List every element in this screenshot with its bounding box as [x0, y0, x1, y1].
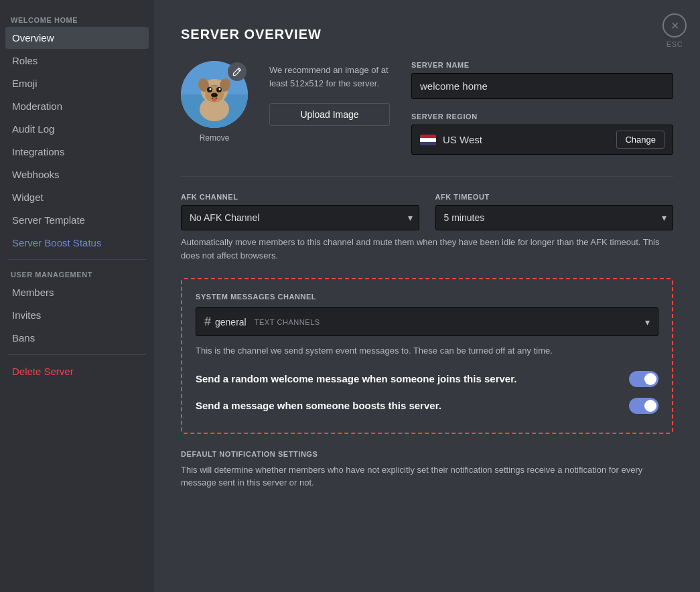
server-fields: SERVER NAME SERVER REGION US West Change: [411, 61, 673, 155]
system-messages-label: SYSTEM MESSAGES CHANNEL: [196, 293, 658, 301]
sidebar-item-label-emoji: Emoji: [12, 78, 38, 89]
sidebar-divider-1: [8, 259, 146, 260]
boost-message-toggle[interactable]: [629, 398, 658, 414]
svg-point-13: [215, 94, 216, 96]
server-icon-area: Remove: [181, 61, 248, 155]
afk-channel-select[interactable]: No AFK Channel: [181, 205, 419, 230]
sidebar-item-label-invites: Invites: [12, 309, 41, 321]
boost-message-toggle-row: Send a message when someone boosts this …: [196, 392, 658, 419]
welcome-message-toggle-row: Send a random welcome message when someo…: [196, 366, 658, 392]
toggle-slider-boost: [629, 398, 658, 414]
sidebar-item-label-bans: Bans: [12, 332, 35, 344]
default-notifications-section: DEFAULT NOTIFICATION SETTINGS This will …: [181, 450, 673, 490]
sidebar-item-label-audit-log: Audit Log: [12, 123, 54, 135]
sidebar-divider-2: [8, 354, 146, 355]
region-name: US West: [443, 134, 610, 145]
afk-timeout-field: AFK TIMEOUT 5 minutes 1 minute 10 minute…: [435, 193, 674, 230]
afk-channel-field: AFK CHANNEL No AFK Channel ▾: [181, 193, 419, 230]
sidebar-item-roles[interactable]: Roles: [5, 50, 149, 72]
boost-toggle-label: Send a message when someone boosts this …: [196, 400, 441, 411]
server-icon-wrapper: [181, 61, 248, 128]
afk-timeout-select-wrapper: 5 minutes 1 minute 10 minutes 30 minutes…: [435, 205, 674, 230]
svg-point-9: [210, 88, 212, 90]
afk-hint-text: Automatically move members to this chann…: [181, 236, 673, 262]
sidebar-item-label-widget: Widget: [12, 192, 44, 203]
svg-point-10: [219, 88, 221, 90]
afk-section: AFK CHANNEL No AFK Channel ▾ AFK TIMEOUT…: [181, 193, 673, 230]
main-content: ✕ ESC SERVER OVERVIEW: [154, 0, 700, 592]
esc-label: ESC: [667, 40, 683, 48]
toggle-slider-welcome: [629, 371, 658, 387]
remove-label[interactable]: Remove: [200, 133, 230, 143]
server-region-label: SERVER REGION: [411, 113, 673, 121]
close-icon[interactable]: ✕: [662, 13, 687, 38]
default-notifications-label: DEFAULT NOTIFICATION SETTINGS: [181, 450, 673, 458]
hash-icon: #: [204, 315, 211, 329]
server-region-row: US West Change: [411, 125, 673, 155]
sidebar-item-label-roles: Roles: [12, 55, 38, 66]
server-name-field: SERVER NAME: [411, 61, 673, 99]
system-hint-text: This is the channel we send system event…: [196, 344, 658, 358]
default-notifications-hint: This will determine whether members who …: [181, 463, 673, 490]
sidebar-item-label-overview: Overview: [12, 32, 54, 44]
server-name-label: SERVER NAME: [411, 61, 673, 69]
sidebar-item-moderation[interactable]: Moderation: [5, 95, 149, 117]
channel-name: general: [215, 317, 247, 327]
system-messages-section: SYSTEM MESSAGES CHANNEL # general TEXT C…: [181, 278, 673, 434]
afk-timeout-select[interactable]: 5 minutes 1 minute 10 minutes 30 minutes…: [435, 205, 674, 230]
sidebar-item-members[interactable]: Members: [5, 281, 149, 303]
upload-image-button[interactable]: Upload Image: [269, 103, 390, 126]
afk-channel-label: AFK CHANNEL: [181, 193, 419, 201]
sidebar: WELCOME HOME Overview Roles Emoji Modera…: [0, 0, 154, 592]
icon-hint-text: We recommend an image of at least 512x51…: [269, 64, 390, 90]
server-name-input[interactable]: [411, 73, 673, 99]
sidebar-item-invites[interactable]: Invites: [5, 304, 149, 326]
sidebar-item-label-integrations: Integrations: [12, 146, 64, 157]
sidebar-item-label-webhooks: Webhooks: [12, 169, 60, 180]
channel-select-row[interactable]: # general TEXT CHANNELS ▾: [196, 307, 658, 336]
sidebar-item-label-server-boost-status: Server Boost Status: [12, 237, 101, 248]
sidebar-item-label-delete-server: Delete Server: [12, 366, 74, 377]
svg-point-14: [212, 98, 216, 102]
sidebar-item-emoji[interactable]: Emoji: [5, 72, 149, 94]
welcome-toggle-label: Send a random welcome message when someo…: [196, 373, 516, 384]
sidebar-item-label-server-template: Server Template: [12, 214, 85, 226]
welcome-message-toggle[interactable]: [629, 371, 658, 387]
change-region-button[interactable]: Change: [616, 131, 664, 149]
icon-hint-row: We recommend an image of at least 512x51…: [269, 61, 390, 155]
sidebar-section-user-management: USER MANAGEMENT: [5, 265, 149, 281]
sidebar-item-overview[interactable]: Overview: [5, 27, 149, 49]
sidebar-item-label-moderation: Moderation: [12, 100, 62, 112]
sidebar-item-server-template[interactable]: Server Template: [5, 209, 149, 231]
sidebar-item-integrations[interactable]: Integrations: [5, 141, 149, 163]
edit-icon-button[interactable]: [228, 62, 247, 81]
esc-button[interactable]: ✕ ESC: [662, 13, 687, 48]
server-region-field: SERVER REGION US West Change: [411, 113, 673, 155]
svg-line-15: [238, 69, 240, 71]
overview-top-section: Remove We recommend an image of at least…: [181, 61, 673, 155]
sidebar-item-delete-server[interactable]: Delete Server: [5, 360, 149, 382]
sidebar-section-welcome: WELCOME HOME: [5, 11, 149, 27]
channel-select-left: # general TEXT CHANNELS: [204, 315, 320, 329]
sidebar-item-widget[interactable]: Widget: [5, 186, 149, 208]
divider-1: [181, 176, 673, 177]
channel-tag: TEXT CHANNELS: [255, 318, 320, 326]
afk-channel-select-wrapper: No AFK Channel ▾: [181, 205, 419, 230]
sidebar-item-label-members: Members: [12, 287, 54, 298]
us-flag-icon: [420, 135, 436, 145]
afk-timeout-label: AFK TIMEOUT: [435, 193, 674, 201]
sidebar-item-bans[interactable]: Bans: [5, 327, 149, 349]
sidebar-item-webhooks[interactable]: Webhooks: [5, 163, 149, 186]
page-title: SERVER OVERVIEW: [181, 27, 673, 42]
sidebar-item-audit-log[interactable]: Audit Log: [5, 118, 149, 140]
sidebar-item-server-boost-status[interactable]: Server Boost Status: [5, 232, 149, 254]
svg-point-12: [212, 94, 213, 96]
chevron-down-icon-channel: ▾: [645, 317, 650, 327]
